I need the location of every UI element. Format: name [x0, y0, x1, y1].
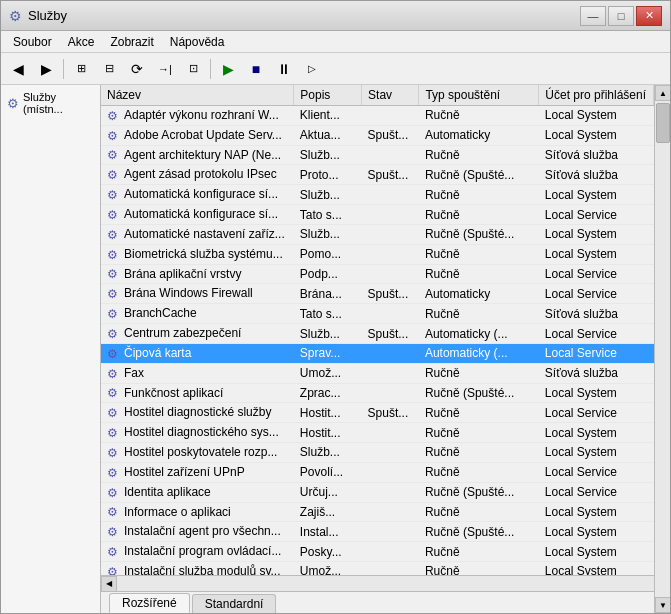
table-row[interactable]: ⚙Instalační agent pro všechn...Instal...…	[101, 522, 654, 542]
table-row[interactable]: ⚙FaxUmož...RučněSíťová služba	[101, 363, 654, 383]
minimize-button[interactable]: —	[580, 6, 606, 26]
cell-status	[362, 224, 419, 244]
service-row-icon: ⚙	[107, 148, 121, 162]
cell-desc: Proto...	[294, 165, 362, 185]
scroll-left-button[interactable]: ◀	[101, 576, 117, 592]
menu-napoveda[interactable]: Nápověda	[162, 33, 233, 51]
table-row[interactable]: ⚙Automatická konfigurace sí...Služb...Ru…	[101, 185, 654, 205]
table-row[interactable]: ⚙Automatická konfigurace sí...Tato s...R…	[101, 205, 654, 225]
cell-desc: Služb...	[294, 145, 362, 165]
table-row[interactable]: ⚙Brána aplikační vrstvyPodp...RučněLocal…	[101, 264, 654, 284]
stop-button[interactable]: ■	[243, 56, 269, 82]
table-row[interactable]: ⚙Hostitel diagnostické službyHostit...Sp…	[101, 403, 654, 423]
scroll-track-area[interactable]	[655, 145, 670, 597]
pause-button[interactable]: ⏸	[271, 56, 297, 82]
cell-name: ⚙Instalační agent pro všechn...	[101, 522, 294, 542]
service-row-icon: ⚙	[107, 565, 121, 575]
cell-name: ⚙Instalační služba modulů sy...	[101, 562, 294, 575]
col-header-desc[interactable]: Popis	[294, 85, 362, 106]
close-button[interactable]: ✕	[636, 6, 662, 26]
vertical-scrollbar[interactable]: ▲ ▼	[654, 85, 670, 613]
col-header-name[interactable]: Název	[101, 85, 294, 106]
table-row[interactable]: ⚙Agent zásad protokolu IPsecProto...Spuš…	[101, 165, 654, 185]
cell-account: Local System	[539, 224, 654, 244]
properties-button[interactable]: ⊡	[180, 56, 206, 82]
cell-type: Ručně	[419, 443, 539, 463]
cell-status	[362, 522, 419, 542]
resume-button[interactable]: ▷	[299, 56, 325, 82]
cell-name: ⚙Automatická konfigurace sí...	[101, 205, 294, 225]
service-row-icon: ⚙	[107, 406, 121, 420]
menu-bar: Soubor Akce Zobrazit Nápověda	[1, 31, 670, 53]
view-toggle-2[interactable]: ⊟	[96, 56, 122, 82]
table-row[interactable]: ⚙Hostitel diagnostického sys...Hostit...…	[101, 423, 654, 443]
cell-name: ⚙Hostitel diagnostické služby	[101, 403, 294, 423]
cell-name: ⚙Agent zásad protokolu IPsec	[101, 165, 294, 185]
table-row[interactable]: ⚙Čipová kartaSprav...Automaticky (...Loc…	[101, 343, 654, 363]
scroll-down-button[interactable]: ▼	[655, 597, 670, 613]
table-row[interactable]: ⚙Centrum zabezpečeníSlužb...Spušt...Auto…	[101, 324, 654, 344]
cell-account: Local System	[539, 423, 654, 443]
service-row-icon: ⚙	[107, 367, 121, 381]
cell-desc: Služb...	[294, 224, 362, 244]
export-button[interactable]: →|	[152, 56, 178, 82]
table-row[interactable]: ⚙Brána Windows FirewallBrána...Spušt...A…	[101, 284, 654, 304]
table-body: ⚙Adaptér výkonu rozhraní W...Klient...Ru…	[101, 106, 654, 576]
app-icon: ⚙	[9, 8, 22, 24]
h-scroll-track[interactable]	[197, 577, 654, 591]
scroll-up-button[interactable]: ▲	[655, 85, 670, 101]
menu-zobrazit[interactable]: Zobrazit	[102, 33, 161, 51]
cell-account: Local System	[539, 244, 654, 264]
table-row[interactable]: ⚙Hostitel poskytovatele rozp...Služb...R…	[101, 443, 654, 463]
table-row[interactable]: ⚙Adaptér výkonu rozhraní W...Klient...Ru…	[101, 106, 654, 126]
col-header-status[interactable]: Stav	[362, 85, 419, 106]
cell-status	[362, 562, 419, 575]
table-row[interactable]: ⚙Agent architektury NAP (Ne...Služb...Ru…	[101, 145, 654, 165]
horizontal-scrollbar[interactable]: ◀	[101, 575, 654, 591]
col-header-account[interactable]: Účet pro přihlášení	[539, 85, 654, 106]
maximize-button[interactable]: □	[608, 6, 634, 26]
start-button[interactable]: ▶	[215, 56, 241, 82]
forward-button[interactable]: ▶	[33, 56, 59, 82]
cell-type: Automaticky (...	[419, 324, 539, 344]
cell-type: Ručně	[419, 106, 539, 126]
cell-name: ⚙Adaptér výkonu rozhraní W...	[101, 106, 294, 126]
cell-desc: Aktua...	[294, 125, 362, 145]
cell-desc: Hostit...	[294, 403, 362, 423]
cell-type: Ručně	[419, 542, 539, 562]
service-row-icon: ⚙	[107, 109, 121, 123]
scroll-thumb[interactable]	[656, 103, 670, 143]
table-row[interactable]: ⚙Adobe Acrobat Update Serv...Aktua...Spu…	[101, 125, 654, 145]
cell-account: Local Service	[539, 343, 654, 363]
table-row[interactable]: ⚙Informace o aplikaciZajiš...RučněLocal …	[101, 502, 654, 522]
cell-desc: Služb...	[294, 185, 362, 205]
back-button[interactable]: ◀	[5, 56, 31, 82]
menu-akce[interactable]: Akce	[60, 33, 103, 51]
table-container[interactable]: Název Popis Stav Typ spouštění Účet pro …	[101, 85, 654, 575]
cell-status	[362, 502, 419, 522]
menu-soubor[interactable]: Soubor	[5, 33, 60, 51]
view-toggle-1[interactable]: ⊞	[68, 56, 94, 82]
table-row[interactable]: ⚙Hostitel zařízení UPnPPovolí...RučněLoc…	[101, 462, 654, 482]
cell-name: ⚙Hostitel zařízení UPnP	[101, 462, 294, 482]
main-panel: Název Popis Stav Typ spouštění Účet pro …	[101, 85, 654, 613]
cell-account: Local Service	[539, 482, 654, 502]
sidebar-item-services[interactable]: ⚙ Služby (místn...	[5, 89, 96, 117]
services-icon: ⚙	[7, 96, 19, 111]
table-row[interactable]: ⚙Identita aplikaceUrčuj...Ručně (Spušté.…	[101, 482, 654, 502]
table-row[interactable]: ⚙BranchCacheTato s...RučněSíťová služba	[101, 304, 654, 324]
table-row[interactable]: ⚙Biometrická služba systému...Pomo...Ruč…	[101, 244, 654, 264]
col-header-type[interactable]: Typ spouštění	[419, 85, 539, 106]
table-row[interactable]: ⚙Instalační služba modulů sy...Umož...Ru…	[101, 562, 654, 575]
cell-type: Ručně	[419, 462, 539, 482]
table-row[interactable]: ⚙Automatické nastavení zaříz...Služb...R…	[101, 224, 654, 244]
table-row[interactable]: ⚙Funkčnost aplikacíZprac...Ručně (Spušté…	[101, 383, 654, 403]
tab-rozsirene[interactable]: Rozšířené	[109, 593, 190, 613]
cell-name: ⚙Automatická konfigurace sí...	[101, 185, 294, 205]
cell-type: Ručně (Spušté...	[419, 383, 539, 403]
cell-desc: Tato s...	[294, 205, 362, 225]
refresh-button[interactable]: ⟳	[124, 56, 150, 82]
service-row-icon: ⚙	[107, 287, 121, 301]
tab-standardni[interactable]: Standardní	[192, 594, 277, 613]
table-row[interactable]: ⚙Instalační program ovládací...Posky...R…	[101, 542, 654, 562]
